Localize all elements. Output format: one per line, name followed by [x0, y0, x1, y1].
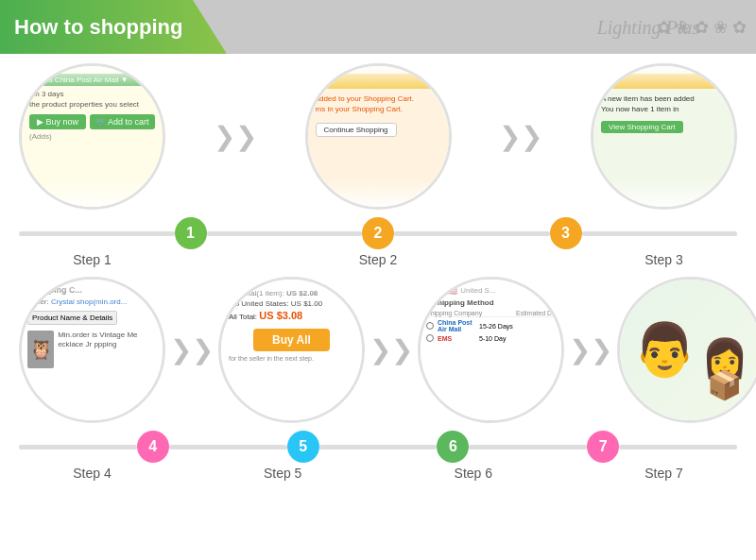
- step5-total: US $3.08: [259, 310, 302, 321]
- step6-circle: (s) to 🇺🇸 United S... e Shipping Method …: [418, 277, 564, 423]
- step-line-row-1: 1 2 3: [19, 217, 737, 249]
- view-cart-btn[interactable]: View Shopping Cart: [601, 121, 683, 133]
- step6-col1: Shipping Company: [426, 310, 482, 316]
- add-to-cart-btn[interactable]: 🛒 Add to cart: [90, 114, 155, 129]
- ship2-radio[interactable]: [426, 334, 434, 342]
- step3-msg1: A new item has been added: [601, 94, 727, 103]
- step4-seller: Crystal shop(min.ord...: [51, 297, 127, 306]
- ship1-logo: China PostAir Mail: [438, 319, 475, 332]
- step2-msg2: ms in your Shopping Cart.: [316, 105, 441, 113]
- decor-icon: ✿ ❀ ✿ ❀ ✿: [657, 17, 747, 38]
- arrow-1-2: ❯❯: [214, 121, 257, 152]
- continue-shopping-btn[interactable]: Continue Shopping: [316, 123, 397, 137]
- step5-ship-cost: US $1.00: [291, 299, 322, 308]
- step-row-1: ✈ Via China Post Air Mail ▼ hin 3 days t…: [19, 63, 737, 210]
- line-seg-4: [582, 231, 738, 236]
- step4-seller-label: Seller:: [27, 297, 49, 306]
- step6-label: Step 6: [400, 466, 546, 481]
- arrow-6-7: ❯❯: [569, 334, 612, 365]
- step2-msg1: added to your Shopping Cart.: [316, 94, 441, 103]
- step-dot-2: 2: [362, 217, 394, 249]
- step6-method-label: e Shipping Method: [426, 298, 556, 307]
- step2-wrap: added to your Shopping Cart. ms in your …: [305, 63, 452, 210]
- line-seg-9: [619, 445, 737, 450]
- buy-now-btn[interactable]: ▶ Buy now: [29, 114, 86, 129]
- arrow-5-6: ❯❯: [369, 334, 413, 365]
- ship2-logo: EMS: [438, 335, 475, 342]
- line-seg-5: [19, 445, 137, 450]
- line-seg-6: [169, 445, 287, 450]
- step-dot-3: 3: [550, 217, 582, 249]
- step1-wrap: ✈ Via China Post Air Mail ▼ hin 3 days t…: [19, 63, 165, 210]
- step5-subtotal: US $2.08: [286, 289, 318, 297]
- step5-circle: Subtotal(1 item): US $2.08 t to United S…: [218, 277, 365, 423]
- step2-circle: added to your Shopping Cart. ms in your …: [305, 63, 452, 210]
- step-dot-7: 7: [587, 431, 619, 463]
- step-label-row-2: Step 4 Step 5 Step 6 Step 7: [19, 466, 737, 481]
- step1-props: the product properties you select: [29, 100, 155, 109]
- line-seg-3: [394, 231, 550, 236]
- step4-label: Step 4: [19, 466, 165, 481]
- ship2-days: 5-10 Day: [479, 335, 506, 342]
- step3-wrap: A new item has been added You now have 1…: [591, 63, 737, 210]
- step-line-row-2: 4 5 6 7: [19, 431, 737, 463]
- page-header: How to shopping Lighting Plus ✿ ❀ ✿ ❀ ✿: [0, 0, 756, 54]
- step1-circle: ✈ Via China Post Air Mail ▼ hin 3 days t…: [19, 63, 165, 210]
- step1-days: hin 3 days: [29, 90, 155, 98]
- delivery-person-icon: 👨: [632, 319, 697, 381]
- main-content: ✈ Via China Post Air Mail ▼ hin 3 days t…: [0, 54, 756, 490]
- step6-dest-label: (s) to: [426, 286, 443, 295]
- step-dot-5: 5: [287, 431, 319, 463]
- step-row-2: Shopping C... Seller: Crystal shop(min.o…: [19, 277, 737, 423]
- box-icon: 📦: [707, 368, 742, 401]
- step4-title: Shopping C...: [27, 285, 157, 295]
- step5-note: for the seller in the next step.: [229, 355, 354, 362]
- step7-label: Step 7: [591, 466, 737, 481]
- step6-col2: Estimated De: [516, 310, 556, 316]
- ship1-radio[interactable]: [426, 322, 434, 330]
- step4-circle: Shopping C... Seller: Crystal shop(min.o…: [19, 277, 165, 423]
- arrow-2-3: ❯❯: [499, 121, 542, 152]
- delivery-illustration: 👨 👩 📦: [620, 280, 756, 420]
- step-dot-4: 4: [137, 431, 169, 463]
- step3-circle: A new item has been added You now have 1…: [591, 63, 737, 210]
- line-seg-8: [469, 445, 587, 450]
- step3-label: Step 3: [591, 252, 737, 267]
- step4-item: Min.order is Vintage Me ecklace Jr pppin…: [58, 331, 157, 368]
- step5-subtotal-label: Subtotal(1 item):: [229, 289, 284, 297]
- arrow-4-5: ❯❯: [170, 334, 214, 365]
- step2-label: Step 2: [305, 252, 452, 267]
- line-seg-2: [207, 231, 363, 236]
- step4-wrap: Shopping C... Seller: Crystal shop(min.o…: [19, 277, 165, 423]
- buy-all-btn[interactable]: Buy All: [253, 329, 330, 351]
- step-dot-6: 6: [437, 431, 469, 463]
- step5-label: Step 5: [210, 466, 356, 481]
- ship1-days: 15-26 Days: [479, 323, 513, 330]
- line-seg-1: [19, 231, 175, 236]
- shipping-row-1: China PostAir Mail 15-26 Days: [426, 319, 556, 332]
- step4-product-img: 🦉: [27, 331, 54, 368]
- step7-wrap: 👨 👩 📦: [617, 277, 756, 423]
- step-label-row-1: Step 1 Step 2 Step 3: [19, 252, 737, 267]
- step6-wrap: (s) to 🇺🇸 United S... e Shipping Method …: [418, 277, 564, 423]
- step1-adds: (Adds): [29, 132, 155, 141]
- step6-dest: United S...: [460, 286, 495, 295]
- page-title: How to shopping: [14, 15, 182, 40]
- line-seg-7: [319, 445, 438, 450]
- step1-label: Step 1: [19, 252, 165, 267]
- step3-msg2: You now have 1 item in: [601, 105, 727, 113]
- shipping-row-2: EMS 5-10 Day: [426, 334, 556, 342]
- step4-product: Product Name & Details: [27, 311, 117, 325]
- step-dot-1: 1: [175, 217, 207, 249]
- step5-total-label: All Total:: [229, 313, 257, 321]
- step7-circle: 👨 👩 📦: [617, 277, 756, 423]
- step5-ship-label: t to United States:: [229, 299, 289, 308]
- step5-wrap: Subtotal(1 item): US $2.08 t to United S…: [218, 277, 365, 423]
